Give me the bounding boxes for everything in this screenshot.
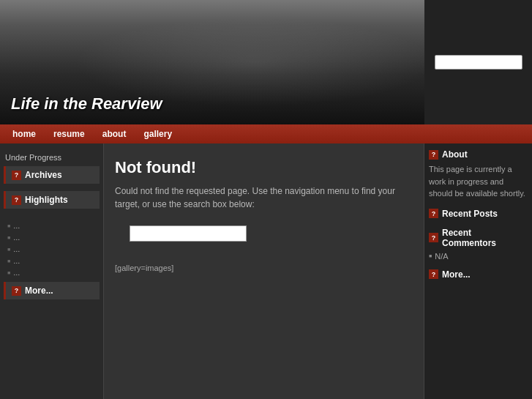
- list-item[interactable]: ...: [7, 231, 96, 243]
- right-more-title[interactable]: ? More...: [429, 269, 528, 280]
- recent-commentors-icon: ?: [429, 233, 438, 242]
- na-item: N/A: [429, 252, 528, 261]
- highlights-widget-title[interactable]: ? Highlights: [4, 191, 100, 209]
- list-item[interactable]: ...: [7, 266, 96, 278]
- archives-widget-title[interactable]: ? Archives: [4, 166, 100, 184]
- highlights-label: Highlights: [25, 195, 68, 205]
- recent-posts-title: ? Recent Posts: [429, 209, 528, 219]
- recent-posts-widget: ? Recent Posts: [429, 209, 528, 219]
- left-more-widget: ? More...: [4, 282, 100, 299]
- header-search-input[interactable]: [435, 55, 522, 70]
- list-item[interactable]: ...: [7, 255, 96, 266]
- right-more-widget: ? More...: [429, 269, 528, 280]
- archives-label: Archives: [25, 170, 62, 180]
- sidebar-links-list: ... ... ... ... ...: [4, 216, 100, 282]
- na-label: N/A: [435, 252, 448, 261]
- recent-posts-label: Recent Posts: [442, 209, 498, 219]
- more-icon: ?: [12, 286, 21, 296]
- list-item[interactable]: ...: [7, 243, 96, 255]
- archives-icon: ?: [12, 171, 21, 180]
- recent-commentors-widget: ? Recent Commentors N/A: [429, 228, 528, 261]
- left-sidebar: Under Progress ? Archives ? Highlights .…: [0, 143, 103, 399]
- archives-widget: ? Archives: [4, 166, 100, 184]
- gallery-shortcode: [gallery=images]: [115, 264, 413, 272]
- header-search-area: [424, 0, 532, 124]
- left-more-title[interactable]: ? More...: [4, 282, 100, 299]
- content-search-input[interactable]: [130, 225, 247, 242]
- highlights-widget: ? Highlights: [4, 191, 100, 209]
- about-text: This page is currently a work in progres…: [429, 163, 528, 200]
- right-more-label: More...: [442, 269, 471, 280]
- nav-about[interactable]: about: [94, 126, 135, 142]
- about-widget: ? About This page is currently a work in…: [429, 149, 528, 200]
- under-progress-label: Under Progress: [4, 151, 100, 166]
- about-widget-title: ? About: [429, 149, 528, 160]
- highlights-icon: ?: [12, 195, 21, 205]
- nav-resume[interactable]: resume: [45, 126, 94, 142]
- about-label: About: [442, 149, 468, 160]
- left-more-label: More...: [25, 286, 53, 296]
- page-header: Life in the Rearview: [0, 0, 532, 124]
- recent-commentors-label: Recent Commentors: [442, 228, 528, 248]
- main-wrapper: Under Progress ? Archives ? Highlights .…: [0, 143, 532, 399]
- not-found-text: Could not find the requested page. Use t…: [115, 184, 413, 211]
- nav-gallery[interactable]: gallery: [135, 126, 181, 142]
- right-sidebar: ? About This page is currently a work in…: [424, 143, 532, 399]
- recent-posts-icon: ?: [429, 209, 438, 218]
- site-title: Life in the Rearview: [11, 94, 162, 113]
- nav-home[interactable]: home: [4, 126, 45, 142]
- not-found-heading: Not found!: [115, 158, 413, 177]
- navigation-bar: home resume about gallery: [0, 124, 532, 143]
- banner-image: Life in the Rearview: [0, 0, 424, 124]
- about-icon: ?: [429, 150, 438, 160]
- main-content: Not found! Could not find the requested …: [103, 143, 424, 399]
- right-more-icon: ?: [429, 269, 438, 279]
- recent-commentors-title: ? Recent Commentors: [429, 228, 528, 248]
- list-item[interactable]: ...: [7, 220, 96, 231]
